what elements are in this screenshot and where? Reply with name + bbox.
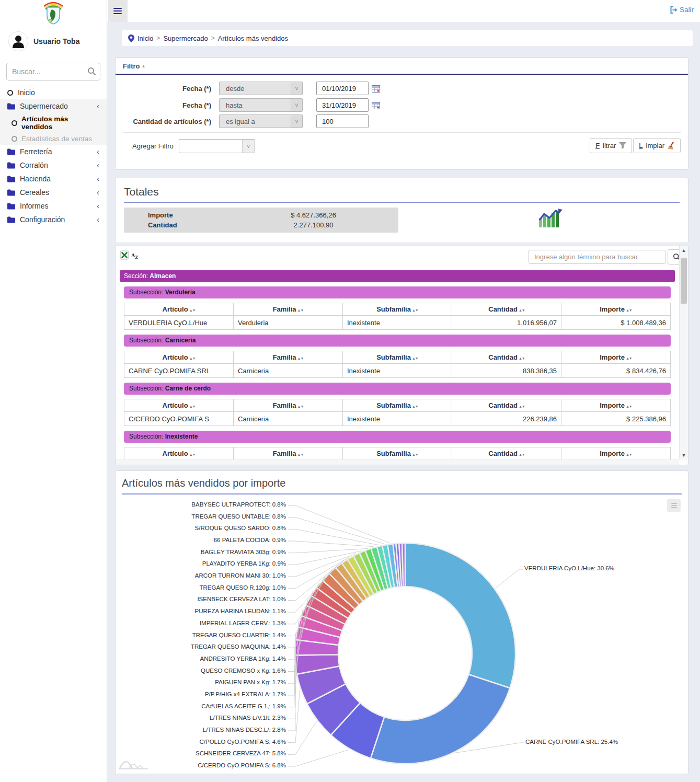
sort-arrows-icon[interactable]: ▲▼	[297, 453, 303, 456]
sort-arrows-icon[interactable]: ▲▼	[519, 308, 525, 312]
sort-arrows-icon[interactable]: ▲▼	[626, 453, 632, 456]
column-header[interactable]: Subfamilia▲▼	[343, 303, 452, 316]
table-search-button[interactable]	[668, 249, 679, 264]
column-header[interactable]: Familia▲▼	[234, 447, 343, 460]
sort-arrows-icon[interactable]: ▲▼	[626, 356, 632, 360]
scroll-down-arrow-icon[interactable]: ▼	[680, 451, 688, 459]
totals-value: 2.277.100,90	[228, 221, 398, 229]
pie-slice[interactable]	[371, 674, 510, 764]
column-header[interactable]: Importe▲▼	[561, 351, 671, 364]
clear-button[interactable]: Limpiar	[633, 138, 681, 153]
user-row: Usuario Toba	[0, 26, 107, 54]
sort-arrows-icon[interactable]: ▲▼	[189, 405, 196, 408]
sort-arrows-icon[interactable]: ▲▼	[519, 453, 525, 456]
sort-arrows-icon[interactable]: ▲▼	[297, 356, 303, 360]
sort-arrows-icon[interactable]: ▲▼	[189, 308, 196, 312]
filter-value-input[interactable]	[316, 98, 369, 112]
sort-arrows-icon[interactable]: ▲▼	[297, 405, 303, 408]
sidebar-subitem-label: Estadísticas de ventas	[21, 135, 92, 143]
column-header[interactable]: Artículo▲▼	[124, 351, 234, 364]
filter-panel-header[interactable]: Filtro▲	[116, 58, 688, 75]
folder-icon	[7, 203, 15, 210]
search-icon[interactable]	[87, 67, 96, 78]
column-header[interactable]: Artículo▲▼	[124, 399, 234, 412]
filter-button[interactable]: Filtrar	[590, 138, 632, 153]
filter-value-input[interactable]	[316, 82, 369, 95]
column-header[interactable]: Artículo▲▼	[124, 303, 234, 316]
sidebar-item-inicio[interactable]: Inicio	[0, 86, 107, 99]
sidebar-search-input[interactable]	[6, 63, 100, 80]
sort-arrows-icon[interactable]: ▲▼	[189, 453, 196, 456]
column-header[interactable]: Cantidad▲▼	[452, 351, 561, 364]
avatar	[8, 31, 28, 51]
breadcrumb-item[interactable]: Inicio	[137, 34, 153, 42]
sidebar-item-hacienda[interactable]: Hacienda‹	[0, 172, 107, 186]
sort-arrows-icon[interactable]: ▲▼	[626, 308, 632, 312]
folder-icon	[7, 216, 15, 223]
subsection-label: Subsección:	[129, 289, 165, 296]
sidebar-item-supermercado[interactable]: Supermercado‹	[0, 99, 107, 113]
sort-arrows-icon[interactable]: ▲▼	[519, 356, 525, 360]
sidebar-subitem-art-culos-m-s-vendidos[interactable]: Artículos más vendidos	[0, 113, 107, 133]
hamburger-menu-button[interactable]	[108, 0, 128, 22]
vertical-scrollbar[interactable]: ▲ ▼	[679, 246, 688, 459]
sort-arrows-icon[interactable]: ▲▼	[412, 453, 418, 456]
sort-arrows-icon[interactable]: ▲▼	[189, 356, 196, 360]
sidebar-item-cereales[interactable]: Cereales‹	[0, 186, 107, 199]
sort-arrows-icon[interactable]: ▲▼	[412, 405, 418, 408]
sidebar-item-configuraci-n[interactable]: Configuración‹	[0, 213, 107, 226]
column-header[interactable]: Familia▲▼	[234, 303, 343, 316]
person-icon	[10, 33, 26, 49]
sidebar-menu: InicioSupermercado‹Artículos más vendido…	[0, 86, 107, 226]
subsection-label: Subsección:	[129, 433, 165, 440]
totals-row: Importe$ 4.627.366,26	[124, 210, 398, 220]
pie-slice[interactable]	[402, 543, 405, 586]
sidebar-item-corral-n[interactable]: Corralón‹	[0, 158, 107, 172]
horizontal-scrollbar[interactable]	[116, 459, 679, 465]
sidebar-item-ferreter-a[interactable]: Ferretería‹	[0, 145, 107, 158]
logout-button[interactable]: Salir	[670, 6, 694, 14]
column-header[interactable]: Subfamilia▲▼	[343, 351, 452, 364]
results-table-panel: AZ Sección: AlmacenSubsección: Verduleri…	[115, 246, 688, 465]
table-row: CARNE CyO.POMIFA SRLCarniceriaInexistent…	[124, 364, 671, 378]
filter-operator-select[interactable]: es igual a˅	[219, 114, 303, 128]
filter-operator-select[interactable]: desde˅	[219, 82, 303, 95]
column-header[interactable]: Subfamilia▲▼	[343, 399, 452, 412]
filter-operator-select[interactable]: hasta˅	[219, 98, 303, 112]
sidebar-item-informes[interactable]: Informes‹	[0, 199, 107, 213]
scrollbar-thumb[interactable]	[681, 258, 687, 304]
pie-slice[interactable]	[405, 543, 515, 688]
column-header[interactable]: Cantidad▲▼	[452, 303, 561, 316]
sort-arrows-icon[interactable]: ▲▼	[626, 405, 632, 408]
sidebar-subitem-estad-sticas-de-ventas[interactable]: Estadísticas de ventas	[0, 133, 107, 145]
scroll-up-arrow-icon[interactable]: ▲	[680, 246, 688, 255]
sort-arrows-icon[interactable]: ▲▼	[412, 308, 418, 312]
funnel-icon	[619, 142, 626, 149]
calendar-icon[interactable]	[372, 85, 380, 93]
column-header[interactable]: Cantidad▲▼	[452, 447, 561, 460]
breadcrumb-item[interactable]: Supermercado	[163, 34, 208, 42]
column-header[interactable]: Subfamilia▲▼	[343, 447, 452, 460]
column-header[interactable]: Importe▲▼	[561, 447, 671, 460]
sort-arrows-icon[interactable]: ▲▼	[412, 356, 418, 360]
add-filter-select[interactable]: ˅	[179, 139, 255, 153]
table-search-input[interactable]	[529, 250, 665, 264]
column-header[interactable]: Importe▲▼	[561, 303, 671, 316]
label-connector-line	[288, 529, 380, 545]
calendar-icon[interactable]	[372, 101, 380, 109]
totals-row: Cantidad2.277.100,90	[124, 220, 398, 230]
table-cell: Carniceria	[234, 412, 343, 426]
column-header[interactable]: Familia▲▼	[234, 351, 343, 364]
column-header[interactable]: Artículo▲▼	[124, 447, 234, 460]
export-excel-icon[interactable]	[120, 250, 129, 262]
column-header[interactable]: Familia▲▼	[234, 399, 343, 412]
sort-az-icon[interactable]: AZ	[131, 254, 138, 259]
filter-field-label: Fecha (*)	[116, 101, 211, 109]
filter-value-input[interactable]	[316, 114, 369, 128]
table-cell: CARNE CyO.POMIFA SRL	[124, 364, 234, 378]
sort-arrows-icon[interactable]: ▲▼	[519, 405, 525, 408]
sort-arrows-icon[interactable]: ▲▼	[297, 308, 303, 312]
column-header[interactable]: Importe▲▼	[561, 399, 671, 412]
column-header[interactable]: Cantidad▲▼	[452, 399, 561, 412]
breadcrumb-separator: >	[156, 34, 160, 42]
